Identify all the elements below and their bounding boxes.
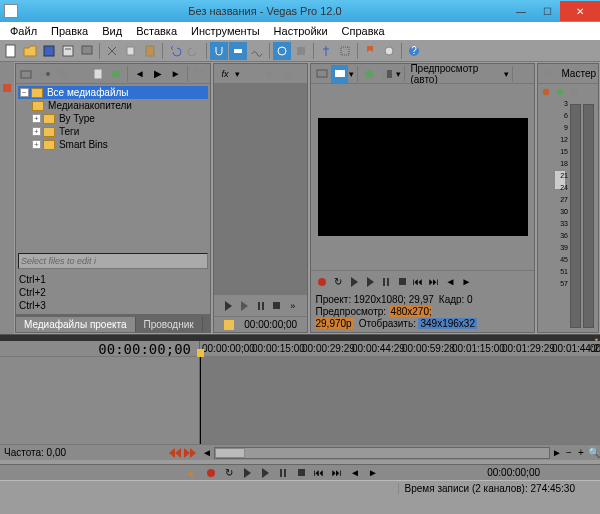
save-icon[interactable] [40,42,58,60]
scrub-control[interactable] [169,448,196,458]
zoom-tool-icon[interactable]: 🔍 [588,447,598,458]
fx-button[interactable]: fx [216,65,234,83]
stop-button[interactable] [395,275,409,289]
trim-play-icon[interactable] [222,299,236,313]
prev-media-icon[interactable]: ◄ [131,65,148,83]
render-icon[interactable] [78,42,96,60]
trim-playloop-icon[interactable] [238,299,252,313]
trimmer-tool-icon[interactable] [241,65,259,83]
trim-stop-icon[interactable] [270,299,284,313]
pause-button[interactable] [379,275,393,289]
loop-button[interactable]: ↻ [331,275,345,289]
cut-icon[interactable] [103,42,121,60]
event-fx-icon[interactable] [380,42,398,60]
menu-tools[interactable]: Инструменты [185,24,266,38]
master-fx-icon[interactable] [540,86,552,98]
tl-prevframe-button[interactable]: ◄ [348,466,362,480]
track-headers[interactable] [0,357,200,444]
tree-item[interactable]: +By Type [18,112,208,125]
master-mute-icon[interactable] [554,86,566,98]
go-end-button[interactable]: ⏭ [427,275,441,289]
new-icon[interactable] [2,42,20,60]
snap-icon[interactable] [210,42,228,60]
scroll-left-icon[interactable]: ◄ [202,447,212,458]
prev-frame-button[interactable]: ◄ [443,275,457,289]
zoom-in-icon[interactable]: + [576,447,586,458]
tl-playstart-button[interactable] [240,466,254,480]
media-fx-icon[interactable] [107,65,124,83]
record-button[interactable] [315,275,329,289]
capture-icon[interactable] [36,65,53,83]
open-icon[interactable] [21,42,39,60]
maximize-button[interactable]: ☐ [534,1,560,21]
scroll-right-icon[interactable]: ► [552,447,562,458]
trimmer-save-icon[interactable] [279,65,297,83]
timeline-scrollbar[interactable] [214,447,550,459]
trim-more-icon[interactable]: » [286,299,300,313]
properties-icon[interactable] [59,42,77,60]
tl-goend-button[interactable]: ⏭ [330,466,344,480]
minimize-button[interactable]: — [508,1,534,21]
auto-ripple-icon[interactable] [229,42,247,60]
tl-gostart-button[interactable]: ⏮ [312,466,326,480]
menu-edit[interactable]: Правка [45,24,94,38]
tree-all-media[interactable]: −Все медиафайлы [18,86,208,99]
lock-envelope-icon[interactable] [273,42,291,60]
tree-item[interactable]: +Smart Bins [18,138,208,151]
menu-help[interactable]: Справка [336,24,391,38]
timeline-timecode[interactable]: 00:00:00;00 [98,341,191,357]
transport-timecode[interactable]: 00:00:00;00 [487,467,540,478]
mixer-icon[interactable] [540,65,558,83]
playhead[interactable] [200,357,201,444]
selection-tool-icon[interactable] [336,42,354,60]
tree-item[interactable]: +Теги [18,125,208,138]
next-media-icon[interactable]: ► [167,65,184,83]
next-frame-button[interactable]: ► [459,275,473,289]
marker-icon[interactable] [361,42,379,60]
split-screen-icon[interactable] [379,65,396,83]
close-button[interactable]: ✕ [560,1,600,21]
tab-project-media[interactable]: Медиафайлы проекта [16,317,136,332]
get-media-icon[interactable] [54,65,71,83]
menu-options[interactable]: Настройки [268,24,334,38]
tab-explorer[interactable]: Проводник [136,317,203,332]
play-media-icon[interactable]: ▶ [149,65,166,83]
track-area[interactable] [200,357,600,444]
ignore-event-icon[interactable] [292,42,310,60]
master-out-icon[interactable] [568,86,580,98]
zoom-out-icon[interactable]: − [564,447,574,458]
tl-pause-button[interactable] [276,466,290,480]
trimmer-tool2-icon[interactable] [260,65,278,83]
play-button[interactable] [363,275,377,289]
go-start-button[interactable]: ⏮ [411,275,425,289]
tl-loop-button[interactable]: ↻ [222,466,236,480]
menu-insert[interactable]: Вставка [130,24,183,38]
views-icon[interactable] [191,65,208,83]
play-start-button[interactable] [347,275,361,289]
media-tree[interactable]: −Все медиафайлы Медианакопители +By Type… [16,84,210,251]
tree-item[interactable]: Медианакопители [18,99,208,112]
trim-pause-icon[interactable] [254,299,268,313]
copy-icon[interactable] [122,42,140,60]
preview-device-icon[interactable] [331,65,348,83]
paste-icon[interactable] [141,42,159,60]
tl-nextframe-button[interactable]: ► [366,466,380,480]
remove-icon[interactable] [72,65,89,83]
help-icon[interactable]: ? [405,42,423,60]
menu-file[interactable]: Файл [4,24,43,38]
ext-monitor-icon[interactable] [313,65,330,83]
menu-view[interactable]: Вид [96,24,128,38]
edit-tool-icon[interactable] [317,42,335,60]
tl-play-button[interactable] [258,466,272,480]
crossfade-icon[interactable] [248,42,266,60]
tl-stop-button[interactable] [294,466,308,480]
import-icon[interactable] [18,65,35,83]
timeline-ruler[interactable]: 00:00:00;00 00:00:15:00 00:00:29:29 00:0… [200,341,600,356]
tl-record-button[interactable] [204,466,218,480]
props-icon[interactable] [90,65,107,83]
video-fx-icon[interactable] [361,65,378,83]
undo-icon[interactable] [166,42,184,60]
preview-quality[interactable]: Предпросмотр (авто) [408,63,502,85]
redo-icon[interactable] [185,42,203,60]
overlay-icon[interactable] [516,65,533,83]
